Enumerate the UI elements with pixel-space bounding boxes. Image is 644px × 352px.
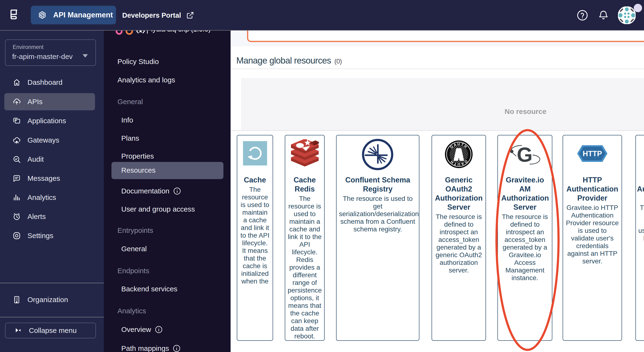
svg-text:HTTP: HTTP: [583, 150, 602, 158]
